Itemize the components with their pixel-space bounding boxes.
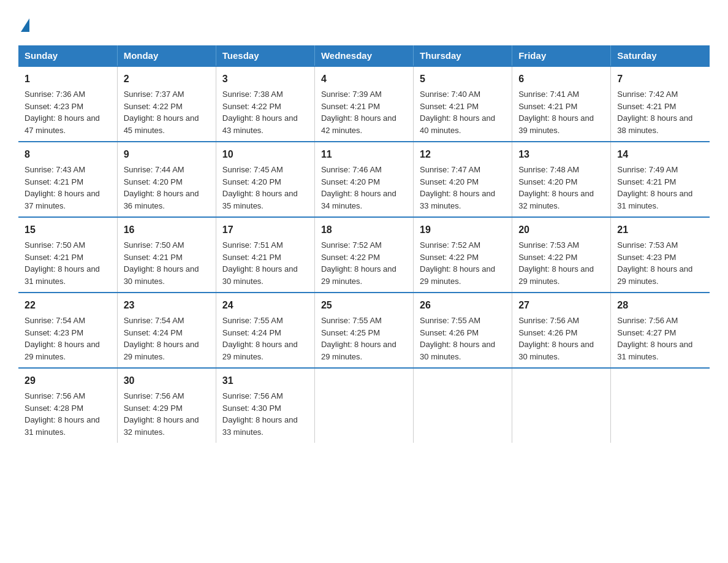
day-info: Sunrise: 7:40 AMSunset: 4:21 PMDaylight:… <box>420 90 495 135</box>
day-info: Sunrise: 7:55 AMSunset: 4:24 PMDaylight:… <box>222 316 298 361</box>
day-info: Sunrise: 7:56 AMSunset: 4:28 PMDaylight:… <box>25 391 100 437</box>
day-number: 24 <box>222 298 308 313</box>
calendar-cell: 11 Sunrise: 7:46 AMSunset: 4:20 PMDaylig… <box>314 142 413 217</box>
week-row-4: 22 Sunrise: 7:54 AMSunset: 4:23 PMDaylig… <box>18 293 710 368</box>
day-info: Sunrise: 7:52 AMSunset: 4:22 PMDaylight:… <box>420 240 495 286</box>
day-info: Sunrise: 7:46 AMSunset: 4:20 PMDaylight:… <box>321 165 396 210</box>
header <box>18 12 710 33</box>
day-number: 16 <box>124 223 210 237</box>
calendar-cell: 18 Sunrise: 7:52 AMSunset: 4:22 PMDaylig… <box>314 217 413 293</box>
day-number: 12 <box>420 147 506 162</box>
day-number: 21 <box>617 223 703 237</box>
day-info: Sunrise: 7:55 AMSunset: 4:26 PMDaylight:… <box>420 316 495 361</box>
calendar-cell: 24 Sunrise: 7:55 AMSunset: 4:24 PMDaylig… <box>216 293 314 368</box>
header-tuesday: Tuesday <box>216 45 314 66</box>
header-saturday: Saturday <box>611 45 710 66</box>
day-number: 23 <box>124 298 210 313</box>
day-number: 17 <box>222 223 308 237</box>
day-info: Sunrise: 7:43 AMSunset: 4:21 PMDaylight:… <box>25 165 100 210</box>
calendar-cell: 2 Sunrise: 7:37 AMSunset: 4:22 PMDayligh… <box>117 66 216 142</box>
calendar-cell: 6 Sunrise: 7:41 AMSunset: 4:21 PMDayligh… <box>512 66 611 142</box>
header-sunday: Sunday <box>18 45 117 66</box>
calendar-cell: 19 Sunrise: 7:52 AMSunset: 4:22 PMDaylig… <box>414 217 512 293</box>
day-number: 7 <box>617 72 703 86</box>
day-number: 29 <box>25 373 111 388</box>
day-number: 31 <box>222 373 308 388</box>
day-number: 20 <box>518 223 604 237</box>
week-row-3: 15 Sunrise: 7:50 AMSunset: 4:21 PMDaylig… <box>18 217 710 293</box>
header-friday: Friday <box>512 45 611 66</box>
calendar-table: SundayMondayTuesdayWednesdayThursdayFrid… <box>18 45 710 443</box>
calendar-cell: 23 Sunrise: 7:54 AMSunset: 4:24 PMDaylig… <box>117 293 216 368</box>
day-info: Sunrise: 7:38 AMSunset: 4:22 PMDaylight:… <box>222 90 298 135</box>
calendar-cell <box>314 368 413 443</box>
calendar-cell: 17 Sunrise: 7:51 AMSunset: 4:21 PMDaylig… <box>216 217 314 293</box>
day-info: Sunrise: 7:51 AMSunset: 4:21 PMDaylight:… <box>222 240 298 286</box>
day-info: Sunrise: 7:56 AMSunset: 4:26 PMDaylight:… <box>518 316 594 361</box>
day-number: 2 <box>124 72 210 86</box>
week-row-2: 8 Sunrise: 7:43 AMSunset: 4:21 PMDayligh… <box>18 142 710 217</box>
calendar-cell: 16 Sunrise: 7:50 AMSunset: 4:21 PMDaylig… <box>117 217 216 293</box>
calendar-cell: 4 Sunrise: 7:39 AMSunset: 4:21 PMDayligh… <box>314 66 413 142</box>
day-number: 1 <box>25 72 111 86</box>
day-number: 15 <box>25 223 111 237</box>
day-info: Sunrise: 7:45 AMSunset: 4:20 PMDaylight:… <box>222 165 298 210</box>
day-number: 8 <box>25 147 111 162</box>
day-number: 26 <box>420 298 506 313</box>
day-info: Sunrise: 7:42 AMSunset: 4:21 PMDaylight:… <box>617 90 692 135</box>
day-number: 6 <box>518 72 604 86</box>
calendar-cell: 5 Sunrise: 7:40 AMSunset: 4:21 PMDayligh… <box>414 66 512 142</box>
day-info: Sunrise: 7:56 AMSunset: 4:29 PMDaylight:… <box>124 391 199 437</box>
day-info: Sunrise: 7:54 AMSunset: 4:24 PMDaylight:… <box>124 316 199 361</box>
day-info: Sunrise: 7:47 AMSunset: 4:20 PMDaylight:… <box>420 165 495 210</box>
week-row-5: 29 Sunrise: 7:56 AMSunset: 4:28 PMDaylig… <box>18 368 710 443</box>
calendar-cell: 10 Sunrise: 7:45 AMSunset: 4:20 PMDaylig… <box>216 142 314 217</box>
calendar-cell: 15 Sunrise: 7:50 AMSunset: 4:21 PMDaylig… <box>18 217 117 293</box>
day-number: 30 <box>124 373 210 388</box>
day-info: Sunrise: 7:52 AMSunset: 4:22 PMDaylight:… <box>321 240 396 286</box>
calendar-cell: 30 Sunrise: 7:56 AMSunset: 4:29 PMDaylig… <box>117 368 216 443</box>
calendar-cell: 25 Sunrise: 7:55 AMSunset: 4:25 PMDaylig… <box>314 293 413 368</box>
calendar-cell: 22 Sunrise: 7:54 AMSunset: 4:23 PMDaylig… <box>18 293 117 368</box>
calendar-cell: 29 Sunrise: 7:56 AMSunset: 4:28 PMDaylig… <box>18 368 117 443</box>
day-number: 10 <box>222 147 308 162</box>
header-monday: Monday <box>117 45 216 66</box>
calendar-cell: 13 Sunrise: 7:48 AMSunset: 4:20 PMDaylig… <box>512 142 611 217</box>
calendar-cell <box>611 368 710 443</box>
calendar-cell: 31 Sunrise: 7:56 AMSunset: 4:30 PMDaylig… <box>216 368 314 443</box>
calendar-cell: 9 Sunrise: 7:44 AMSunset: 4:20 PMDayligh… <box>117 142 216 217</box>
day-number: 27 <box>518 298 604 313</box>
day-info: Sunrise: 7:54 AMSunset: 4:23 PMDaylight:… <box>25 316 100 361</box>
day-number: 19 <box>420 223 506 237</box>
day-info: Sunrise: 7:56 AMSunset: 4:27 PMDaylight:… <box>617 316 692 361</box>
header-thursday: Thursday <box>414 45 512 66</box>
day-info: Sunrise: 7:44 AMSunset: 4:20 PMDaylight:… <box>124 165 199 210</box>
day-info: Sunrise: 7:48 AMSunset: 4:20 PMDaylight:… <box>518 165 594 210</box>
day-number: 4 <box>321 72 407 86</box>
day-number: 14 <box>617 147 703 162</box>
day-info: Sunrise: 7:37 AMSunset: 4:22 PMDaylight:… <box>124 90 199 135</box>
calendar-cell: 14 Sunrise: 7:49 AMSunset: 4:21 PMDaylig… <box>611 142 710 217</box>
calendar-cell: 21 Sunrise: 7:53 AMSunset: 4:23 PMDaylig… <box>611 217 710 293</box>
day-info: Sunrise: 7:36 AMSunset: 4:23 PMDaylight:… <box>25 90 100 135</box>
day-info: Sunrise: 7:50 AMSunset: 4:21 PMDaylight:… <box>124 240 199 286</box>
calendar-cell <box>512 368 611 443</box>
day-number: 3 <box>222 72 308 86</box>
week-row-1: 1 Sunrise: 7:36 AMSunset: 4:23 PMDayligh… <box>18 66 710 142</box>
calendar-header-row: SundayMondayTuesdayWednesdayThursdayFrid… <box>18 45 710 66</box>
calendar-cell: 3 Sunrise: 7:38 AMSunset: 4:22 PMDayligh… <box>216 66 314 142</box>
calendar-cell: 8 Sunrise: 7:43 AMSunset: 4:21 PMDayligh… <box>18 142 117 217</box>
day-info: Sunrise: 7:55 AMSunset: 4:25 PMDaylight:… <box>321 316 396 361</box>
day-info: Sunrise: 7:39 AMSunset: 4:21 PMDaylight:… <box>321 90 396 135</box>
header-wednesday: Wednesday <box>314 45 413 66</box>
calendar-cell: 12 Sunrise: 7:47 AMSunset: 4:20 PMDaylig… <box>414 142 512 217</box>
day-number: 11 <box>321 147 407 162</box>
day-number: 22 <box>25 298 111 313</box>
day-number: 18 <box>321 223 407 237</box>
day-info: Sunrise: 7:50 AMSunset: 4:21 PMDaylight:… <box>25 240 100 286</box>
calendar-cell: 28 Sunrise: 7:56 AMSunset: 4:27 PMDaylig… <box>611 293 710 368</box>
day-number: 25 <box>321 298 407 313</box>
calendar-cell <box>414 368 512 443</box>
day-info: Sunrise: 7:53 AMSunset: 4:23 PMDaylight:… <box>617 240 692 286</box>
day-number: 5 <box>420 72 506 86</box>
